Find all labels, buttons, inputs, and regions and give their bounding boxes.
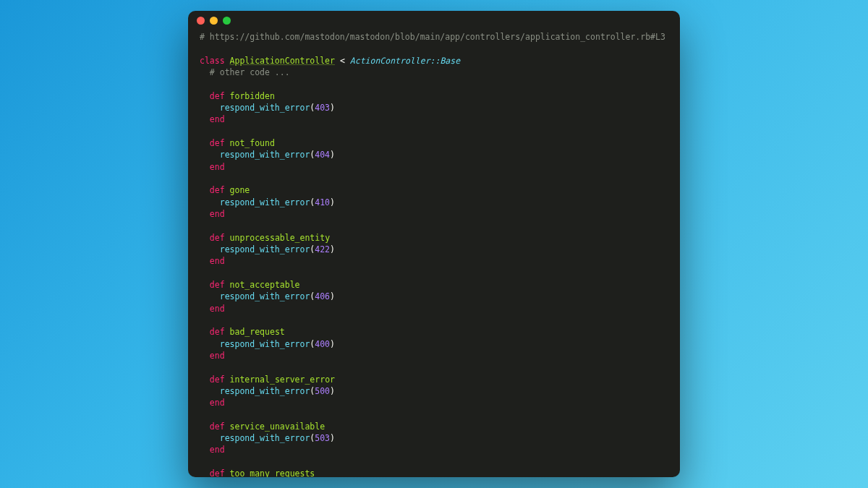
kw-def: def	[210, 374, 225, 385]
close-icon[interactable]	[197, 17, 205, 25]
kw-end: end	[210, 398, 225, 408]
kw-def: def	[210, 138, 225, 148]
rparen: )	[330, 103, 335, 113]
method-name: internal_server_error	[230, 374, 335, 385]
class-name: ApplicationController	[230, 56, 335, 66]
call-name: respond_with_error	[220, 339, 310, 349]
call-name: respond_with_error	[220, 291, 310, 301]
rparen: )	[330, 291, 335, 301]
rparen: )	[330, 244, 335, 254]
kw-end: end	[210, 162, 225, 172]
method-name: service_unavailable	[230, 421, 326, 432]
call-name: respond_with_error	[220, 386, 310, 396]
method-name: not_found	[230, 138, 275, 148]
status-code: 406	[315, 291, 330, 301]
kw-end: end	[210, 445, 225, 455]
rparen: )	[330, 339, 335, 349]
minimize-icon[interactable]	[210, 17, 218, 25]
kw-def: def	[210, 468, 225, 477]
status-code: 410	[315, 197, 330, 207]
call-name: respond_with_error	[220, 244, 310, 254]
inherits-lt: <	[340, 56, 345, 66]
method-name: too_many_requests	[230, 468, 315, 477]
call-name: respond_with_error	[220, 197, 310, 207]
rparen: )	[330, 386, 335, 396]
kw-def: def	[210, 91, 225, 101]
window-titlebar	[188, 11, 680, 30]
call-name: respond_with_error	[220, 433, 310, 443]
zoom-icon[interactable]	[223, 17, 231, 25]
status-code: 403	[315, 103, 330, 113]
kw-def: def	[210, 280, 225, 290]
rparen: )	[330, 150, 335, 160]
status-code: 404	[315, 150, 330, 160]
status-code: 503	[315, 433, 330, 443]
status-code: 500	[315, 386, 330, 396]
code-area: # https://github.com/mastodon/mastodon/b…	[188, 30, 680, 477]
method-name: not_acceptable	[230, 280, 300, 290]
kw-def: def	[210, 327, 225, 337]
kw-def: def	[210, 185, 225, 195]
kw-end: end	[210, 304, 225, 314]
kw-def: def	[210, 421, 225, 432]
call-name: respond_with_error	[220, 103, 310, 113]
method-name: gone	[230, 185, 250, 195]
call-name: respond_with_error	[220, 150, 310, 160]
kw-end: end	[210, 209, 225, 219]
base-class: ActionController::Base	[350, 56, 460, 66]
code-window: # https://github.com/mastodon/mastodon/b…	[188, 11, 680, 477]
kw-end: end	[210, 256, 225, 266]
kw-end: end	[210, 114, 225, 124]
rparen: )	[330, 433, 335, 443]
status-code: 422	[315, 244, 330, 254]
kw-end: end	[210, 351, 225, 361]
method-name: bad_request	[230, 327, 285, 337]
status-code: 400	[315, 339, 330, 349]
other-code-top: # other code ...	[210, 67, 290, 77]
kw-class: class	[200, 56, 225, 66]
method-name: forbidden	[230, 91, 275, 101]
source-url-comment: # https://github.com/mastodon/mastodon/b…	[200, 32, 665, 42]
method-name: unprocessable_entity	[230, 233, 330, 243]
kw-def: def	[210, 233, 225, 243]
rparen: )	[330, 197, 335, 207]
